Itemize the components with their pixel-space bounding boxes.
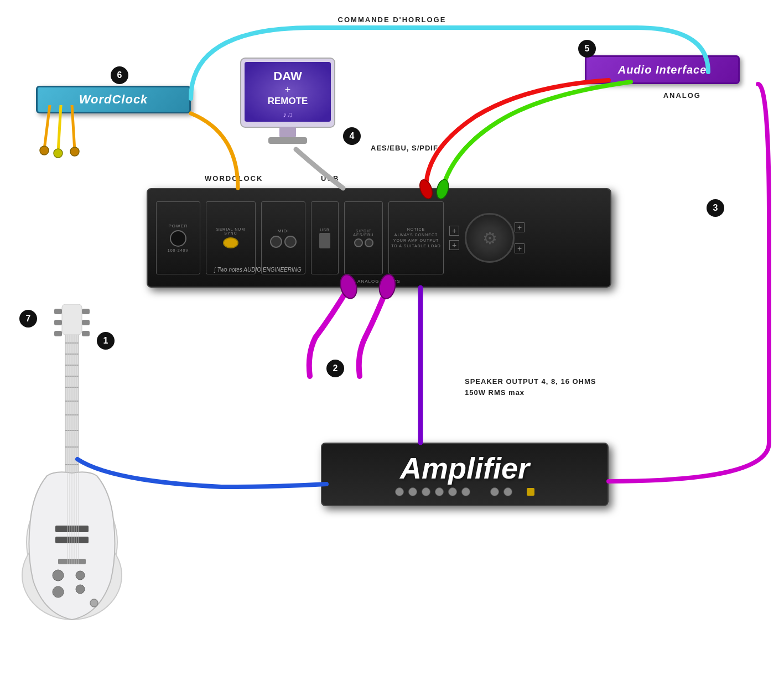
svg-rect-10	[54, 309, 62, 314]
audio-interface-box: Audio Interface	[585, 55, 740, 84]
svg-point-35	[90, 599, 98, 607]
badge-4: 4	[343, 127, 361, 145]
amplifier-label: Amplifier	[400, 453, 529, 483]
wordclock-connection-label: WORDCLOCK	[205, 174, 263, 183]
speaker-output-label: SPEAKER OUTPUT 4, 8, 16 OHMS 150W RMS ma…	[465, 376, 596, 398]
svg-line-44	[72, 105, 75, 150]
usb-label: USB	[321, 174, 339, 183]
svg-rect-13	[82, 309, 90, 314]
analog-inputs-label: ANALOG INPUTS	[357, 279, 401, 284]
svg-point-34	[76, 585, 85, 594]
svg-rect-9	[62, 304, 82, 335]
badge-2: 2	[326, 360, 344, 377]
badge-3: 3	[707, 199, 724, 217]
amp-knob-8	[503, 487, 512, 496]
aes-ebu-label: AES/EBU, S/PDIF	[371, 144, 438, 152]
notice-section: NOTICEALWAYS CONNECTYOUR AMP OUTPUTTO A …	[388, 201, 444, 275]
daw-remote-monitor: DAW + REMOTE ♪♫	[238, 55, 338, 155]
svg-text:REMOTE: REMOTE	[268, 96, 308, 106]
amp-knob-6	[461, 487, 470, 496]
amp-knob-3	[422, 487, 430, 496]
audio-interface-label: Audio Interface	[618, 64, 707, 76]
amp-knob-7	[490, 487, 499, 496]
svg-rect-15	[82, 331, 90, 336]
device-fan: ⚙	[465, 213, 515, 263]
svg-point-32	[53, 586, 64, 597]
digital-section: S/PDIF AES/EBU	[344, 201, 383, 275]
amplifier-box: Amplifier	[321, 443, 609, 506]
svg-point-33	[76, 571, 85, 580]
analog-label: ANALOG	[663, 91, 701, 100]
amp-led	[527, 488, 534, 496]
amplifier-controls	[395, 487, 534, 496]
badge-7: 7	[19, 310, 37, 328]
serial-sync-section: SERIAL NUM SYNC	[206, 201, 256, 275]
usb-section: USB	[311, 201, 339, 275]
two-notes-brand: ∫ Two notes AUDIO ENGINEERING	[214, 267, 302, 273]
svg-point-31	[53, 570, 64, 581]
main-device: POWER 100-240V SERIAL NUM SYNC MIDI USB …	[147, 188, 611, 288]
wordclock-cables	[33, 105, 100, 172]
commande-horloge-label: COMMANDE D'HORLOGE	[338, 15, 446, 24]
midi-section: MIDI	[261, 201, 305, 275]
badge-1: 1	[97, 332, 115, 350]
svg-rect-6	[279, 127, 296, 137]
svg-rect-14	[82, 320, 90, 325]
svg-line-43	[58, 105, 61, 152]
svg-point-47	[70, 147, 79, 156]
badge-5: 5	[578, 40, 596, 58]
plus-buttons: + +	[449, 226, 459, 250]
badge-6: 6	[111, 66, 128, 84]
svg-rect-12	[54, 331, 62, 336]
svg-text:+: +	[285, 84, 291, 95]
amp-knob-5	[448, 487, 457, 496]
power-section: POWER 100-240V	[156, 201, 200, 275]
svg-rect-7	[268, 137, 307, 144]
svg-point-46	[54, 149, 63, 158]
guitar	[17, 304, 127, 625]
svg-text:DAW: DAW	[273, 69, 302, 83]
svg-line-42	[44, 105, 50, 149]
fan-controls: + +	[515, 222, 525, 253]
svg-point-45	[40, 146, 49, 155]
svg-text:♪♫: ♪♫	[283, 110, 293, 119]
amp-knob-4	[435, 487, 444, 496]
amp-knob-1	[395, 487, 404, 496]
svg-rect-11	[54, 320, 62, 325]
amp-knob-2	[408, 487, 417, 496]
